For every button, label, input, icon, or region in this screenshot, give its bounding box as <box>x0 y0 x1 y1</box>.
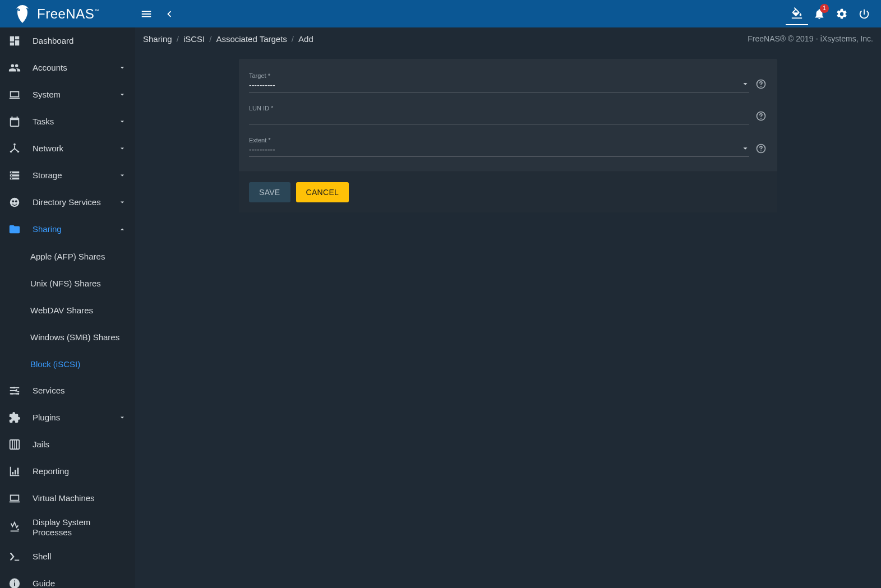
sidebar-item-reporting[interactable]: Reporting <box>0 458 135 485</box>
breadcrumb-separator: / <box>292 34 294 44</box>
chevron-down-icon <box>117 170 127 180</box>
chevron-down-icon <box>741 80 749 90</box>
sidebar-item-shell[interactable]: Shell <box>0 543 135 570</box>
power-icon <box>858 8 870 20</box>
copyright-text: FreeNAS® © 2019 - iXsystems, Inc. <box>748 34 873 43</box>
sidebar-subitem-label: Apple (AFP) Shares <box>30 252 105 261</box>
lun-id-input-wrap: LUN ID * <box>249 98 749 124</box>
menu-icon <box>140 8 153 20</box>
help-icon[interactable] <box>755 110 767 122</box>
sidebar-subitem-label: WebDAV Shares <box>30 305 93 315</box>
help-icon[interactable] <box>755 78 767 90</box>
sidebar-item-system[interactable]: System <box>0 81 135 108</box>
chevron-down-icon <box>117 413 127 423</box>
nav-back-button[interactable] <box>158 3 180 25</box>
sidebar-item-sharing[interactable]: Sharing <box>0 216 135 243</box>
app-header: FreeNAS™ 1 <box>0 0 881 27</box>
process-icon <box>8 521 21 534</box>
sidebar-subitem-webdav[interactable]: WebDAV Shares <box>0 297 135 323</box>
sidebar-item-label: Tasks <box>33 117 117 127</box>
sidebar-subitem-afp[interactable]: Apple (AFP) Shares <box>0 243 135 270</box>
chevron-down-icon <box>117 90 127 100</box>
chevron-down-icon <box>117 143 127 154</box>
chevron-down-icon <box>117 197 127 207</box>
jail-icon <box>8 438 21 451</box>
breadcrumb-link[interactable]: Sharing <box>143 34 172 44</box>
settings-button[interactable] <box>831 3 853 25</box>
sidebar-item-label: Services <box>33 386 127 396</box>
laptop-icon <box>8 88 21 101</box>
form-actions: SAVE CANCEL <box>239 172 777 212</box>
sidebar-item-label: Shell <box>33 552 127 562</box>
people-icon <box>8 61 21 75</box>
field-label: LUN ID * <box>249 105 749 112</box>
save-button[interactable]: SAVE <box>249 182 290 202</box>
sidebar: Dashboard Accounts System Tasks Network … <box>0 27 135 588</box>
field-label: Extent * <box>249 137 749 143</box>
sidebar-item-label: Jails <box>33 439 127 450</box>
sidebar-subitem-label: Block (iSCSI) <box>30 359 80 369</box>
target-value: ---------- <box>249 81 275 90</box>
chart-icon <box>8 465 21 478</box>
sidebar-subitem-iscsi[interactable]: Block (iSCSI) <box>0 350 135 377</box>
brand-logo[interactable]: FreeNAS™ <box>0 0 135 27</box>
cancel-button[interactable]: CANCEL <box>296 182 349 202</box>
notification-badge: 1 <box>820 4 829 13</box>
sidebar-item-label: Plugins <box>33 413 117 423</box>
storage-icon <box>8 169 21 182</box>
sidebar-item-label: System <box>33 90 117 100</box>
main-content: Sharing / iSCSI / Associated Targets / A… <box>135 27 881 588</box>
field-extent: Extent * ---------- <box>249 130 767 157</box>
sidebar-item-accounts[interactable]: Accounts <box>0 54 135 81</box>
svg-point-16 <box>18 9 20 11</box>
lun-id-input[interactable] <box>249 112 749 124</box>
form-body: Target * ---------- LUN ID * <box>239 59 777 172</box>
chevron-down-icon <box>117 63 127 73</box>
sidebar-item-label: Storage <box>33 170 117 180</box>
sidebar-item-network[interactable]: Network <box>0 135 135 162</box>
sidebar-item-display-system-processes[interactable]: Display System Processes <box>0 512 135 543</box>
field-target: Target * ---------- <box>249 66 767 92</box>
breadcrumb-separator: / <box>177 34 179 44</box>
sidebar-item-dashboard[interactable]: Dashboard <box>0 27 135 54</box>
breadcrumb-link[interactable]: Associated Targets <box>216 34 287 44</box>
breadcrumb-bar: Sharing / iSCSI / Associated Targets / A… <box>135 27 881 50</box>
sidebar-item-services[interactable]: Services <box>0 377 135 404</box>
sidebar-item-jails[interactable]: Jails <box>0 431 135 458</box>
tune-icon <box>8 384 21 397</box>
format-color-fill-icon <box>791 7 803 20</box>
hub-icon <box>8 142 21 155</box>
breadcrumb-link[interactable]: iSCSI <box>183 34 205 44</box>
dashboard-icon <box>8 34 21 48</box>
app-layout: Dashboard Accounts System Tasks Network … <box>0 27 881 588</box>
sidebar-item-label: Directory Services <box>33 197 117 207</box>
sidebar-item-label: Sharing <box>33 224 117 234</box>
form-card: Target * ---------- LUN ID * <box>239 59 777 212</box>
gear-icon <box>836 8 848 20</box>
folder-icon <box>8 223 21 236</box>
chevron-down-icon <box>741 145 749 154</box>
sidebar-item-storage[interactable]: Storage <box>0 162 135 189</box>
menu-toggle-button[interactable] <box>135 3 158 25</box>
form-card-wrap: Target * ---------- LUN ID * <box>135 50 881 221</box>
sidebar-item-guide[interactable]: Guide <box>0 570 135 588</box>
help-icon[interactable] <box>755 142 767 155</box>
power-button[interactable] <box>853 3 875 25</box>
target-select[interactable]: Target * ---------- <box>249 66 749 92</box>
sidebar-item-label: Virtual Machines <box>33 493 127 503</box>
field-lun-id: LUN ID * <box>249 98 767 124</box>
sidebar-item-virtual-machines[interactable]: Virtual Machines <box>0 485 135 512</box>
sidebar-item-plugins[interactable]: Plugins <box>0 404 135 431</box>
extent-select[interactable]: Extent * ---------- <box>249 130 749 157</box>
breadcrumb-current: Add <box>298 34 313 44</box>
sidebar-item-directory-services[interactable]: Directory Services <box>0 189 135 216</box>
laptop-icon <box>8 492 21 505</box>
sidebar-item-tasks[interactable]: Tasks <box>0 108 135 135</box>
extension-icon <box>8 411 21 424</box>
field-label: Target * <box>249 72 749 79</box>
sidebar-subitem-smb[interactable]: Windows (SMB) Shares <box>0 323 135 350</box>
theme-button[interactable] <box>786 3 808 25</box>
freenas-logo-icon <box>11 4 34 24</box>
sidebar-item-label: Accounts <box>33 63 117 73</box>
sidebar-subitem-nfs[interactable]: Unix (NFS) Shares <box>0 270 135 297</box>
